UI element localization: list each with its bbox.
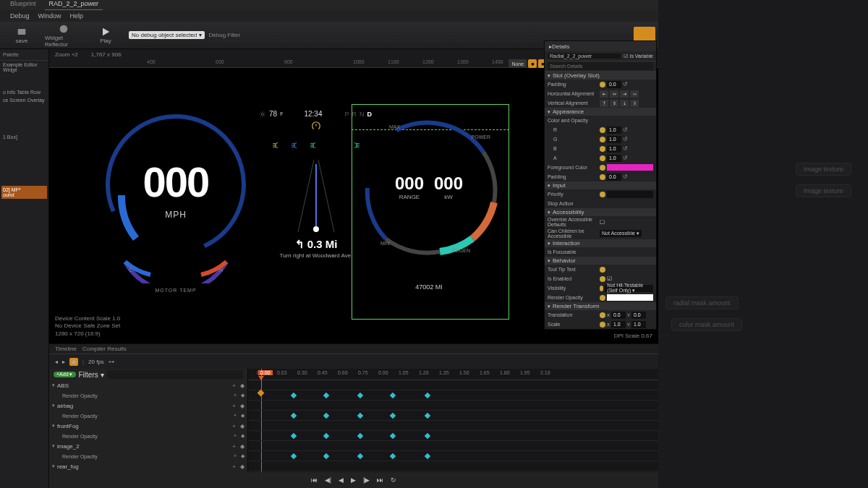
range-value: 000 [395,174,424,194]
play-forward-button[interactable]: ▶ [351,476,356,484]
toolbar-button-1[interactable]: save [3,23,41,48]
track-image_2[interactable]: image_2+◆ [49,441,247,451]
widget-reflector-button[interactable]: Widget Reflector [45,23,82,48]
zoom-label: Zoom +2 [55,51,78,58]
temp-cold-label: C [129,267,132,273]
speed-value: 000 [100,158,252,206]
viewport-status: Device Content Scale 1.0 No Device Safe … [55,315,120,338]
opacity-swatch[interactable] [607,294,653,301]
tab-timeline[interactable]: Timeline [55,346,77,352]
track-child[interactable]: Render Opacity+◆ [49,390,247,401]
palette-item[interactable]: o Info Table Row [0,88,48,96]
palette-item[interactable]: ce Screen Overlay [0,96,48,104]
pin-icon[interactable] [600,82,605,87]
is-variable-checkbox[interactable]: ☑ Is Variable [624,53,653,59]
padding-field[interactable]: 0.0 [607,81,621,88]
tracks-container: ABS+◆Render Opacity+◆airbag+◆Render Opac… [49,380,247,471]
halign-buttons[interactable]: ⇤⇔⇥⇿ [600,90,653,98]
speedometer-gauge: 000 MPH C H [100,108,252,260]
outside-temp: 78F [259,110,283,118]
category-input[interactable]: Input [545,181,656,189]
loop-button[interactable]: ↻ [391,476,396,484]
track-frontFog[interactable]: frontFog+◆ [49,421,247,431]
menu-bar: Debug Window Help [0,10,658,22]
filters-dropdown[interactable]: Filters ▾ [79,371,104,379]
foreground-swatch[interactable] [607,164,653,171]
playhead-time: 0.00 [258,370,273,375]
timeline-panel: Timeline Compiler Results ◂ ▸ ◆ | 20 fps… [49,343,658,488]
palette-item[interactable]: 1 Box] [0,133,48,141]
menu-window[interactable]: Window [38,12,61,20]
svg-point-1 [60,25,68,33]
category-slot[interactable]: Slot (Overlay Slot) [545,72,656,80]
odometer: 47002 MI [353,283,505,291]
lowbeam-icon [291,141,301,150]
tab-blueprint[interactable]: Blueprint [6,0,41,10]
bg-node-color-mask: color mask amount [671,318,742,331]
category-accessibility[interactable]: Accessibility [545,208,656,216]
play-button[interactable]: Play [87,23,124,48]
hierarchy-selected[interactable]: 02] MF*ound [1,186,47,199]
palette-item[interactable]: Example Editor Widge [0,61,48,74]
step-fwd-button[interactable]: |▶ [363,476,370,484]
asset-name-field[interactable]: Radial_2_2_power [548,53,621,59]
track-child[interactable]: Render Opacity+◆ [49,411,247,421]
timeline-lanes[interactable]: 0.000.030.300.450.600.750.901.051.201.35… [248,369,658,472]
tl-asset-icon[interactable]: ◆ [69,358,78,366]
svg-rect-0 [18,29,26,35]
enabled-checkbox[interactable]: ☑ [607,275,612,282]
category-appearance[interactable]: Appearance [545,108,656,116]
tab-asset[interactable]: RAD_2_2_power [45,0,103,10]
document-tabs: Blueprint RAD_2_2_power [0,0,658,10]
vp-none-button[interactable]: None [509,59,527,68]
track-airbag[interactable]: airbag+◆ [49,401,247,411]
category-render-transform[interactable]: Render Transform [545,302,656,310]
bg-node-image-texture: Image texture [796,163,851,176]
track-list: +Add ▾ Filters ▾ ABS+◆Render Opacity+◆ai… [49,369,248,472]
accessible-dropdown[interactable]: Not Accessible ▾ [600,230,642,237]
step-back-button[interactable]: ◀| [325,476,331,484]
play-reverse-button[interactable]: ◀ [339,476,344,484]
temp-hot-label: H [219,267,223,273]
valign-buttons[interactable]: ⤒⇕⤓⇳ [600,100,653,107]
debug-filter-label: Debug Filter [209,32,241,38]
motor-temp-label: MOTOR TEMP [100,288,252,293]
tl-back-icon[interactable]: ◂ [55,359,58,365]
playback-controls: ⏮ ◀| ◀ ▶ |▶ ⏭ ↻ [49,472,658,488]
menu-debug[interactable]: Debug [10,12,30,20]
tl-fps[interactable]: 20 fps [88,359,104,365]
track-child[interactable]: Render Opacity+◆ [49,451,247,461]
clock: 12:34 [304,110,322,118]
debug-object-dropdown[interactable]: No debug object selected ▾ [129,31,205,39]
foglight-front-icon [272,141,282,150]
category-behavior[interactable]: Behavior [545,257,656,265]
track-ABS[interactable]: ABS+◆ [49,380,247,390]
goto-start-button[interactable]: ⏮ [311,476,318,484]
category-interaction[interactable]: Interaction [545,239,656,247]
tab-compiler-results[interactable]: Compiler Results [82,346,127,352]
hierarchy-panel: Palette Example Editor Widge o Info Tabl… [0,49,49,488]
visibility-dropdown[interactable]: Not Hit-Testable (Self Only) ▾ [605,285,653,292]
goto-end-button[interactable]: ⏭ [377,476,383,484]
svg-point-5 [313,226,319,232]
svg-point-3 [261,113,263,115]
track-child[interactable]: Render Opacity+◆ [49,431,247,441]
speed-unit: MPH [100,210,252,220]
tl-snap-icon[interactable]: ⊶ [109,359,114,365]
details-panel: ▸ Details Radial_2_2_power ☑ Is Variable… [544,40,657,330]
kw-value: 000 [434,174,463,194]
bg-node-image-texture-2: Image texture [796,184,851,197]
details-title: ▸ Details [545,41,656,51]
sun-icon [259,111,266,118]
reset-icon[interactable]: ↺ [623,81,628,87]
menu-help[interactable]: Help [70,12,84,20]
add-track-button[interactable]: +Add ▾ [54,372,76,377]
track-search[interactable] [107,370,244,379]
dpi-scale: DPI Scale 0.67 [614,333,652,339]
track-rear_fog[interactable]: rear_fog+◆ [49,461,247,471]
vp-mode-1[interactable]: ■ [528,59,537,68]
bg-node-radial-mask: radial mask amount [665,296,739,309]
details-search[interactable] [548,62,653,70]
tl-fwd-icon[interactable]: ▸ [62,359,65,365]
override-checkbox[interactable]: ☐ [600,219,605,226]
